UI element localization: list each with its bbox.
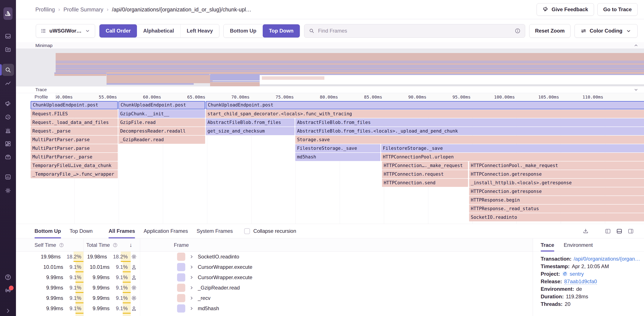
flame-frame[interactable]: _install_httplib.<locals>.getresponse <box>469 179 644 187</box>
breadcrumb-item[interactable]: Profile Summary <box>64 6 103 13</box>
tab-all-frames[interactable]: All Frames <box>108 224 135 238</box>
frame-name[interactable]: _GzipReader.read <box>198 285 240 291</box>
flame-frame[interactable]: md5hash <box>295 153 380 161</box>
breadcrumb-item[interactable]: /api/0/organizations/{organization_id_or… <box>112 6 251 13</box>
layout-bottom-icon[interactable] <box>616 228 623 235</box>
tab-system-frames[interactable]: System Frames <box>197 224 233 238</box>
sidebar-item-insights[interactable] <box>2 77 14 89</box>
color-coding-button[interactable]: Color Coding <box>574 24 638 38</box>
sidebar-item-dashboards[interactable] <box>2 138 14 150</box>
time-ruler[interactable]: 50.00ms55.00ms60.00ms65.00ms70.00ms75.00… <box>16 93 644 101</box>
flame-frame[interactable]: AbstractFileBlob.from_files <box>206 118 294 127</box>
flame-frame[interactable]: Request._load_data_and_files <box>31 118 118 127</box>
panel-tab-environment[interactable]: Environment <box>564 239 593 251</box>
flame-frame[interactable]: HTTPConnectionPool._make_request <box>469 161 644 170</box>
flame-frame[interactable]: FilestoreStorage._save <box>295 144 380 152</box>
flame-frame[interactable]: AbstractFileBlob.from_files.<locals>._up… <box>295 127 644 135</box>
flame-frame[interactable]: GzipFile.read <box>118 118 205 127</box>
tab-application-frames[interactable]: Application Frames <box>144 224 188 238</box>
flame-frame[interactable]: _GzipReader.read <box>118 136 205 144</box>
give-feedback-button[interactable]: Give Feedback <box>536 3 594 16</box>
sort-option-call-order[interactable]: Call Order <box>100 24 137 37</box>
download-icon[interactable] <box>582 228 589 235</box>
flame-frame[interactable]: HTTPConnection.send <box>382 179 468 187</box>
breadcrumb-item[interactable]: Profiling <box>35 6 55 13</box>
layout-left-icon[interactable] <box>604 228 611 235</box>
frame-name[interactable]: md5hash <box>198 306 219 312</box>
frame-name[interactable]: _recv <box>198 295 210 301</box>
sort-option-left-heavy[interactable]: Left Heavy <box>180 24 219 37</box>
total-time-column-header[interactable]: Total Time ↓ <box>84 239 140 251</box>
sidebar-item-expand[interactable] <box>2 305 14 316</box>
thread-selector[interactable]: uWSGIWor… <box>36 24 95 38</box>
chevron-up-icon[interactable] <box>633 43 639 48</box>
tab-top-down[interactable]: Top Down <box>70 224 93 238</box>
frame-name[interactable]: SocketIO.readinto <box>198 254 239 260</box>
frame-name[interactable]: CursorWrapper.execute <box>198 274 252 281</box>
table-row[interactable] <box>16 314 533 316</box>
sort-option-alphabetical[interactable]: Alphabetical <box>137 24 180 37</box>
table-row[interactable]: 10.01ms9.1%10.01ms9.1%CursorWrapper.exec… <box>16 262 533 272</box>
expand-chevron-icon[interactable] <box>189 306 194 311</box>
sidebar-item-stats[interactable] <box>2 171 14 183</box>
flame-frame[interactable]: Request._parse <box>31 127 118 135</box>
sidebar-item-issues[interactable] <box>2 30 14 42</box>
sentry-logo[interactable] <box>4 7 12 20</box>
flame-frame[interactable]: HTTPConnection.getresponse <box>469 170 644 178</box>
detail-value[interactable]: sentry <box>570 271 584 277</box>
view-option-top-down[interactable]: Top Down <box>263 24 300 37</box>
detail-value[interactable]: 87aab1d9cfa0 <box>564 279 597 285</box>
flame-frame[interactable]: ChunkUploadEndpoint.post <box>31 101 118 109</box>
flame-frame[interactable]: GzipChunk.__init__ <box>118 110 205 118</box>
flame-frame[interactable]: ChunkUploadEndpoint.post <box>118 101 205 109</box>
search-input[interactable] <box>318 27 512 34</box>
expand-chevron-icon[interactable] <box>189 254 194 259</box>
expand-chevron-icon[interactable] <box>189 296 194 301</box>
flame-frame[interactable]: AbstractFileBlob.from_files <box>295 118 644 127</box>
sidebar-item-replays[interactable] <box>2 111 14 123</box>
flame-frame[interactable]: HTTPResponse.begin <box>469 196 644 204</box>
table-row[interactable]: 19.98ms18.2%19.98ms18.2%SocketIO.readint… <box>16 252 533 262</box>
flame-frame[interactable]: HTTPConnection…._make_request <box>382 161 468 170</box>
flame-frame[interactable]: HTTPResponse._read_status <box>469 205 644 213</box>
detail-value[interactable]: /api/0/organizations/{organ… <box>574 256 640 262</box>
flame-frame[interactable]: MultiPartParser.parse <box>31 144 118 152</box>
expand-chevron-icon[interactable] <box>189 275 194 280</box>
flame-frame[interactable]: Request.FILES <box>31 110 118 118</box>
find-frames-search[interactable] <box>304 24 525 38</box>
tab-bottom-up[interactable]: Bottom Up <box>34 224 61 238</box>
info-icon[interactable] <box>514 28 521 34</box>
sidebar-item-feedback[interactable] <box>2 97 14 109</box>
layout-right-icon[interactable] <box>628 228 634 235</box>
flame-frame[interactable]: FilestoreStorage._save <box>381 144 644 152</box>
reset-zoom-button[interactable]: Reset Zoom <box>529 24 570 38</box>
flame-frame[interactable]: HTTPConnectionPool.urlopen <box>381 153 644 161</box>
collapse-recursion-checkbox[interactable] <box>244 228 250 234</box>
expand-chevron-icon[interactable] <box>189 265 194 270</box>
flame-frame[interactable]: MultiPartParser.parse <box>31 136 118 144</box>
sidebar-item-releases[interactable] <box>2 151 14 163</box>
sidebar-item-explore[interactable] <box>2 64 14 76</box>
flame-frame[interactable]: TemporaryFileU…ive_data_chunk <box>31 161 118 170</box>
flame-frame[interactable]: _TemporaryFile_…>.func_wrapper <box>31 170 118 178</box>
flame-frame[interactable]: HTTPConnection.getresponse <box>469 187 644 196</box>
sidebar-item-settings[interactable] <box>2 185 14 197</box>
sidebar-item-alerts[interactable] <box>2 125 14 137</box>
table-row[interactable]: 9.99ms9.1%9.99ms9.1%_GzipReader.read <box>16 283 533 293</box>
flame-frame[interactable]: ChunkUploadEndpoint.post <box>206 101 644 109</box>
frame-name[interactable]: CursorWrapper.execute <box>198 264 252 270</box>
flame-frame[interactable]: Storage.save <box>295 136 644 144</box>
table-row[interactable]: 9.99ms9.1%9.99ms9.1%_recv <box>16 293 533 303</box>
expand-chevron-icon[interactable] <box>189 285 194 290</box>
view-option-bottom-up[interactable]: Bottom Up <box>224 24 263 37</box>
flame-frame[interactable]: get_size_and_checksum <box>206 127 294 135</box>
sidebar-item-projects[interactable] <box>2 43 14 55</box>
sort-descending-icon[interactable]: ↓ <box>130 242 132 248</box>
panel-tab-trace[interactable]: Trace <box>541 239 554 251</box>
flame-frame[interactable]: start_child_span_decorator.<locals>.func… <box>206 110 644 118</box>
flamegraph[interactable]: ChunkUploadEndpoint.postChunkUploadEndpo… <box>16 101 644 224</box>
flame-frame[interactable]: MultiPartParser._parse <box>31 153 118 161</box>
flame-frame[interactable]: SocketIO.readinto <box>469 213 644 221</box>
table-row[interactable]: 9.99ms9.1%9.99ms9.1%CursorWrapper.execut… <box>16 272 533 283</box>
chevron-down-icon[interactable] <box>633 87 639 92</box>
